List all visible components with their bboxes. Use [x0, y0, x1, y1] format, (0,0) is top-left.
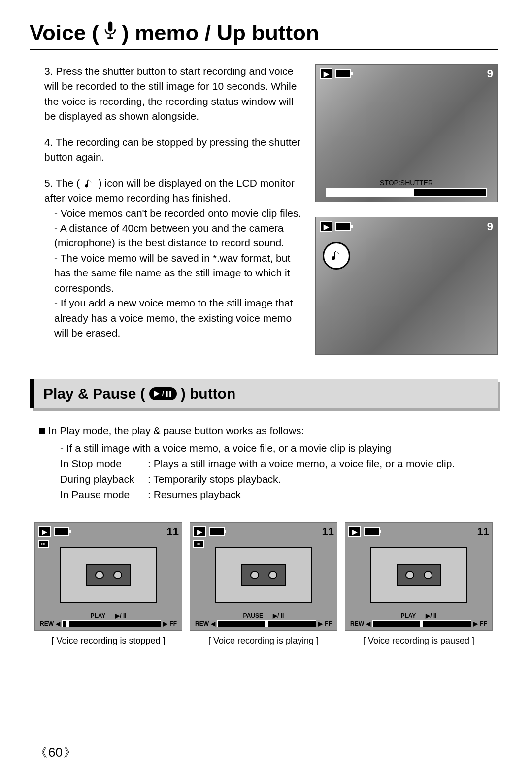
ff-label: FF: [325, 620, 332, 627]
ff-label: FF: [480, 620, 487, 627]
step-3: 3. Press the shutter button to start rec…: [44, 64, 305, 124]
bullet-4: - If you add a new voice memo to the sti…: [44, 296, 305, 340]
image-count: 9: [487, 68, 493, 80]
instructions-text: 3. Press the shutter button to start rec…: [30, 64, 305, 355]
page-title: Voice ( ) memo / Up button: [30, 20, 498, 50]
status-label: PLAY: [400, 612, 416, 619]
play-pause-description: In Play mode, the play & pause button wo…: [30, 423, 498, 503]
left-arrow-icon: ◀: [56, 620, 60, 627]
right-arrow-icon: ▶: [163, 620, 167, 627]
ff-label: FF: [169, 620, 177, 627]
recording-progress-bar: [326, 188, 487, 197]
bullet-1: - Voice memos can't be recorded onto mov…: [44, 206, 305, 221]
mode-playback-label: During playback: [60, 472, 148, 487]
battery-icon: [335, 222, 351, 231]
playback-screenshot-playing: ▶ 11 ∞ PAUSE ▶/ II REW ◀: [190, 522, 337, 646]
section-header-play-pause: Play & Pause ( / ) button: [30, 379, 498, 408]
progress-bar: [217, 620, 316, 627]
voice-indicator-icon: ∞: [38, 540, 49, 548]
playback-mode-icon: ▶: [38, 526, 51, 537]
play-pause-glyph: ▶/ II: [273, 612, 284, 619]
playback-mode-icon: ▶: [348, 526, 361, 537]
section2-part1: Play & Pause (: [43, 385, 145, 402]
play-pause-glyph: ▶/ II: [426, 612, 436, 619]
battery-icon: [335, 69, 351, 78]
step-4: 4. The recording can be stopped by press…: [44, 135, 305, 165]
image-count: 11: [167, 525, 179, 538]
page-number: 《60》: [34, 744, 76, 761]
cassette-graphic: [370, 547, 467, 603]
screenshot-caption: [ Voice recording is playing ]: [190, 636, 337, 646]
title-part1: Voice (: [30, 21, 99, 45]
rew-label: REW: [195, 620, 209, 627]
voice-indicator-icon: ∞: [193, 540, 204, 548]
stop-shutter-label: STOP:SHUTTER: [326, 179, 487, 187]
microphone-icon: [102, 20, 119, 46]
image-count: 11: [322, 525, 334, 538]
battery-icon: [209, 527, 225, 536]
status-label: PLAY: [90, 612, 105, 619]
play-pause-button-icon: /: [149, 387, 177, 400]
left-arrow-icon: ◀: [211, 620, 215, 627]
progress-bar: [62, 620, 161, 627]
svg-marker-3: [154, 391, 160, 397]
cassette-graphic: [215, 547, 312, 603]
playback-mode-icon: ▶: [320, 68, 332, 79]
playback-screenshots-row: ▶ 11 ∞ PLAY ▶/ II REW ◀: [30, 522, 498, 646]
mode-playback-desc: : Temporarily stops playback.: [148, 472, 281, 487]
lcd-screenshot-recording: ▶ 9 STOP:SHUTTER: [315, 64, 498, 202]
right-arrow-icon: ▶: [318, 620, 323, 627]
section2-part2: ) button: [181, 385, 236, 402]
playback-mode-icon: ▶: [193, 526, 206, 537]
status-label: PAUSE: [243, 612, 263, 619]
playback-screenshot-stopped: ▶ 11 ∞ PLAY ▶/ II REW ◀: [34, 522, 182, 646]
right-arrow-icon: ▶: [473, 620, 478, 627]
play-condition: - If a still image with a voice memo, a …: [39, 441, 498, 456]
battery-icon: [54, 527, 69, 536]
step-5-rest: ) icon will be displayed on the LCD moni…: [44, 177, 295, 204]
mode-stop-label: In Stop mode: [60, 456, 148, 472]
step-5-intro: 5. The (: [44, 177, 80, 189]
bullet-2: - A distance of 40cm between you and the…: [44, 221, 305, 251]
mode-pause-label: In Pause mode: [60, 487, 148, 503]
rew-label: REW: [350, 620, 364, 627]
image-count: 11: [477, 525, 489, 538]
playback-screenshot-paused: ▶ 11 PLAY ▶/ II REW ◀: [345, 522, 493, 646]
screenshot-caption: [ Voice recording is paused ]: [345, 636, 493, 646]
step-5: 5. The ( ) icon will be displayed on the…: [44, 176, 305, 341]
voice-memo-badge-icon: [323, 242, 350, 270]
progress-bar: [372, 620, 471, 627]
square-bullet-icon: [39, 428, 45, 434]
playback-mode-icon: ▶: [320, 221, 332, 232]
mode-pause-desc: : Resumes playback: [148, 487, 241, 503]
title-part2: ) memo / Up button: [122, 21, 319, 45]
rew-label: REW: [40, 620, 54, 627]
bullet-3: - The voice memo will be saved in *.wav …: [44, 251, 305, 296]
image-count: 9: [487, 220, 493, 233]
screenshot-caption: [ Voice recording is stopped ]: [34, 636, 182, 646]
svg-rect-0: [108, 22, 113, 32]
cassette-graphic: [60, 547, 157, 603]
lcd-screenshot-memo-saved: ▶ 9: [315, 217, 498, 355]
svg-rect-4: [166, 391, 168, 397]
svg-rect-5: [169, 391, 171, 397]
battery-icon: [364, 527, 380, 536]
mode-stop-desc: : Plays a still image with a voice memo,…: [148, 456, 455, 472]
left-arrow-icon: ◀: [366, 620, 370, 627]
music-note-icon: [83, 177, 99, 189]
play-pause-glyph: ▶/ II: [115, 612, 126, 619]
play-intro: In Play mode, the play & pause button wo…: [48, 425, 304, 436]
